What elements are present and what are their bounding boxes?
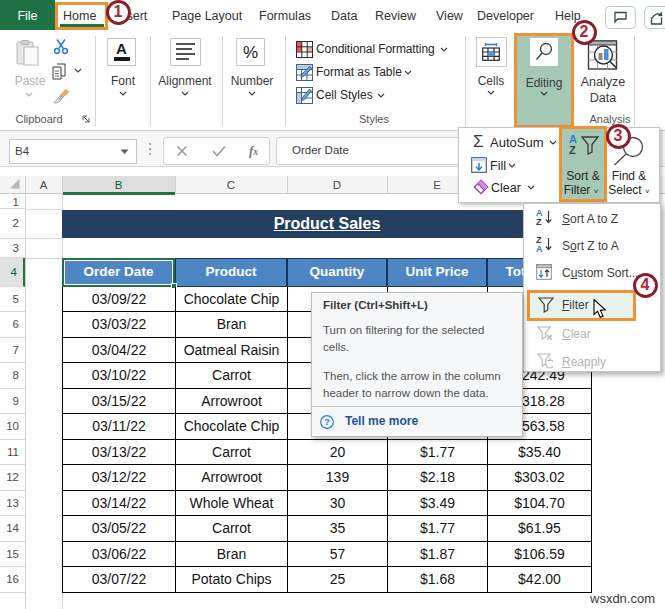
svg-text:?: ?	[324, 417, 330, 427]
